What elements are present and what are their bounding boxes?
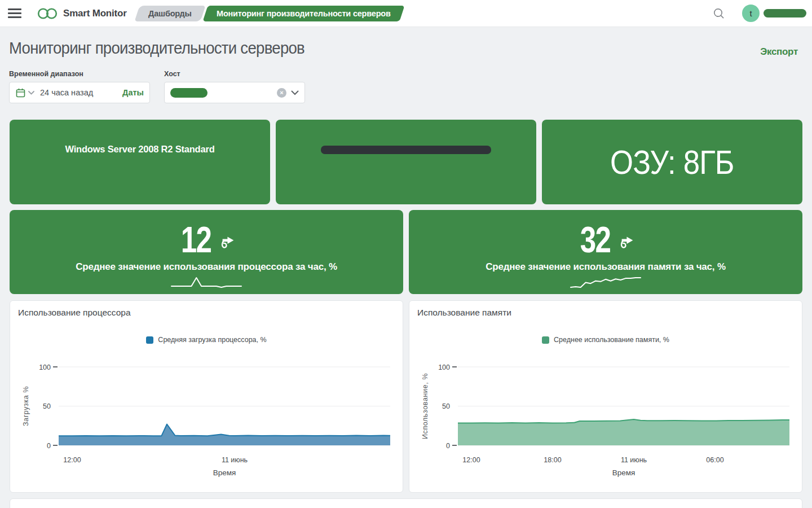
export-button[interactable]: Экспорт [760, 46, 798, 58]
time-range-value[interactable]: 24 часа назад [40, 88, 122, 97]
cpu-chart-title: Использование процессора [18, 308, 395, 318]
svg-text:0: 0 [47, 442, 51, 450]
topbar-right: t [713, 5, 807, 22]
legend-label: Средняя загрузка процессора, % [158, 336, 266, 344]
cpu-kpi-caption: Среднее значение использования процессор… [76, 261, 337, 273]
hostname-stat-card [276, 120, 536, 204]
host-select[interactable]: × [164, 82, 305, 103]
calendar-icon[interactable] [15, 87, 26, 98]
dates-button[interactable]: Даты [122, 88, 144, 97]
memory-chart-title: Использование памяти [417, 308, 794, 318]
cpu-chart-legend[interactable]: Средняя загрузка процессора, % [18, 335, 395, 344]
trend-steady-arrow-icon [620, 235, 635, 251]
memory-kpi-value: 32 [580, 221, 611, 259]
ram-value: ОЗУ: 8ГБ [610, 143, 734, 182]
svg-text:18:00: 18:00 [544, 456, 561, 464]
cpu-kpi-card: 12 Среднее значение использования процес… [10, 210, 403, 294]
clear-icon[interactable]: × [277, 88, 286, 98]
legend-label: Среднее использование памяти, % [554, 336, 669, 344]
svg-text:12:00: 12:00 [63, 456, 81, 464]
avatar[interactable]: t [742, 5, 760, 22]
app-name: Smart Monitor [63, 8, 127, 19]
svg-text:50: 50 [442, 402, 450, 410]
memory-chart-legend[interactable]: Среднее использование памяти, % [417, 335, 794, 344]
svg-text:100: 100 [39, 364, 51, 371]
hamburger-icon[interactable] [8, 8, 21, 18]
cpu-usage-chart[interactable]: 050100Загрузка %12:0011 июньВремя [18, 358, 394, 479]
memory-usage-panel: Использование памяти Среднее использован… [409, 300, 802, 493]
ram-stat-card: ОЗУ: 8ГБ [542, 120, 802, 204]
time-range-filter: Временной диапазон 24 часа назад Даты [9, 70, 150, 103]
memory-kpi-caption: Среднее значение использования памяти за… [486, 261, 726, 273]
top-bar: Smart Monitor Дашборды Мониторинг произв… [0, 0, 812, 27]
svg-text:Использование, %: Использование, % [421, 373, 429, 439]
svg-text:Время: Время [612, 468, 636, 477]
username-redacted[interactable] [764, 9, 806, 17]
os-name: Windows Server 2008 R2 Standard [65, 144, 214, 155]
infinity-logo [36, 6, 59, 21]
trend-steady-arrow-icon [220, 235, 236, 251]
legend-swatch [146, 336, 153, 344]
chevron-down-icon[interactable] [28, 91, 34, 95]
memory-kpi-card: 32 Среднее значение использования памяти… [409, 210, 802, 294]
time-range-label: Временной диапазон [9, 70, 150, 78]
breadcrumb-current-dashboard[interactable]: Мониторинг производительности серверов [203, 6, 405, 21]
cpu-usage-panel: Использование процессора Средняя загрузк… [10, 300, 403, 493]
os-stat-card: Windows Server 2008 R2 Standard [10, 120, 270, 204]
legend-swatch [542, 336, 549, 344]
svg-text:06:00: 06:00 [706, 456, 723, 464]
host-filter: Хост × [164, 70, 305, 103]
cpu-sparkline [170, 275, 242, 289]
memory-sparkline [570, 275, 642, 289]
host-label: Хост [164, 70, 305, 78]
svg-text:11 июнь: 11 июнь [621, 456, 647, 464]
svg-text:50: 50 [43, 402, 51, 410]
chevron-down-icon[interactable] [291, 90, 299, 95]
time-range-picker[interactable]: 24 часа назад Даты [9, 82, 150, 103]
host-value-redacted [170, 88, 208, 98]
memory-usage-chart[interactable]: 050100Использование, %12:0018:0011 июнь0… [417, 358, 793, 479]
svg-text:0: 0 [446, 442, 450, 450]
search-icon[interactable] [713, 7, 725, 20]
network-panel-title: Средняя сетевая загрузка [18, 506, 794, 508]
svg-text:Время: Время [213, 468, 236, 477]
svg-text:11 июнь: 11 июнь [222, 456, 248, 464]
breadcrumb: Дашборды Мониторинг производительности с… [137, 6, 402, 21]
svg-text:100: 100 [438, 364, 450, 371]
network-load-panel: Средняя сетевая загрузка [10, 498, 802, 508]
breadcrumb-dashboards[interactable]: Дашборды [134, 6, 205, 21]
filters-row: Временной диапазон 24 часа назад Даты Хо… [9, 70, 803, 103]
hostname-redacted [321, 146, 491, 154]
cpu-kpi-value: 12 [181, 221, 211, 259]
svg-text:12:00: 12:00 [462, 456, 480, 464]
page-title: Мониторинг производительности серверов [9, 38, 304, 58]
svg-text:Загрузка %: Загрузка % [22, 386, 30, 426]
